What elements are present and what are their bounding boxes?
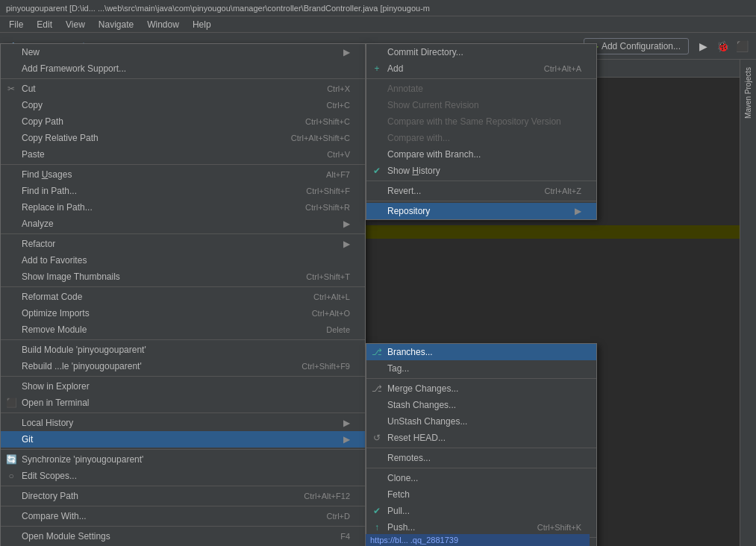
cm-rebuild[interactable]: Rebuild ...le 'pinyougouparent' Ctrl+Shi… xyxy=(1,358,365,374)
cm-label: Annotate xyxy=(387,84,423,94)
cm-add-fav[interactable]: Add to Favorites xyxy=(1,252,365,269)
cm-label: Find Usages xyxy=(22,169,72,180)
terminal-icon: ⬛ xyxy=(5,398,17,408)
cm-copy[interactable]: Copy Ctrl+C xyxy=(1,97,365,113)
cm-find-usages[interactable]: Find Usages Alt+F7 xyxy=(1,166,365,183)
git-show-history[interactable]: ✔ Show History xyxy=(366,163,596,179)
repo-unstash[interactable]: UnStash Changes... xyxy=(366,413,596,430)
cm-cut[interactable]: ✂ Cut Ctrl+X xyxy=(1,81,365,97)
repo-remotes[interactable]: Remotes... xyxy=(366,450,596,466)
separator xyxy=(1,449,365,450)
cm-shortcut: Ctrl+C xyxy=(312,101,350,110)
repo-stash[interactable]: Stash Changes... xyxy=(366,397,596,413)
merge-icon: ⎇ xyxy=(371,383,383,394)
cm-remove-module[interactable]: Remove Module Delete xyxy=(1,321,365,338)
git-repository[interactable]: Repository ▶ xyxy=(366,203,596,219)
cm-sync[interactable]: 🔄 Synchronize 'pinyougouparent' xyxy=(1,451,365,468)
stop-button[interactable]: ⬛ xyxy=(734,38,750,54)
cm-show-explorer[interactable]: Show in Explorer xyxy=(1,378,365,395)
title-bar: pinyougouparent [D:\id... ...\web\src\ma… xyxy=(0,0,756,16)
menu-help[interactable]: Help xyxy=(187,18,217,31)
git-commit-dir[interactable]: Commit Directory... xyxy=(366,44,596,60)
repo-fetch[interactable]: Fetch xyxy=(366,486,596,503)
cm-shortcut: Ctrl+Alt+O xyxy=(297,309,350,318)
cm-label: Find in Path... xyxy=(22,186,77,196)
repo-push[interactable]: ↑ Push... Ctrl+Shift+K xyxy=(366,519,596,536)
cm-paste[interactable]: Paste Ctrl+V xyxy=(1,146,365,163)
repo-merge[interactable]: ⎇ Merge Changes... xyxy=(366,380,596,397)
git-compare-branch[interactable]: Compare with Branch... xyxy=(366,146,596,163)
cm-optimize[interactable]: Optimize Imports Ctrl+Alt+O xyxy=(1,305,365,321)
cm-label: Merge Changes... xyxy=(387,383,458,394)
cm-shortcut: Ctrl+Shift+F xyxy=(291,186,350,195)
separator xyxy=(1,486,365,486)
separator xyxy=(1,376,365,377)
repo-submenu: ⎇ Branches... Tag... ⎇ Merge Changes... … xyxy=(366,343,597,546)
cm-label: Remotes... xyxy=(387,453,431,463)
cm-replace-path[interactable]: Replace in Path... Ctrl+Shift+R xyxy=(1,199,365,216)
cm-reformat[interactable]: Reformat Code Ctrl+Alt+L xyxy=(1,289,365,305)
cm-label: Rebuild ...le 'pinyougouparent' xyxy=(22,361,142,371)
cm-label: Push... xyxy=(387,522,415,533)
cm-build[interactable]: Build Module 'pinyougouparent' xyxy=(1,342,365,358)
cm-label: UnStash Changes... xyxy=(387,416,467,427)
scope-icon: ○ xyxy=(5,471,17,481)
cm-shortcut: Ctrl+Shift+R xyxy=(290,203,350,212)
git-add[interactable]: + Add Ctrl+Alt+A xyxy=(366,60,596,77)
cm-compare-with[interactable]: Compare With... Ctrl+D xyxy=(1,508,365,524)
cm-module-settings[interactable]: Open Module Settings F4 xyxy=(1,528,365,545)
debug-button[interactable]: 🐞 xyxy=(714,38,731,54)
cm-git[interactable]: Git ▶ xyxy=(1,431,365,448)
repo-branches[interactable]: ⎇ Branches... xyxy=(366,344,596,360)
cm-label: Branches... xyxy=(387,347,433,357)
cm-shortcut: Ctrl+Alt+L xyxy=(299,292,350,301)
menu-navigate[interactable]: Navigate xyxy=(93,18,140,31)
checkmark-icon: ✔ xyxy=(371,166,383,176)
cm-new[interactable]: New ▶ xyxy=(1,44,365,60)
cm-thumbnails[interactable]: Show Image Thumbnails Ctrl+Shift+T xyxy=(1,269,365,285)
cm-label: Show Current Revision xyxy=(387,100,479,110)
git-compare-same: Compare with the Same Repository Version xyxy=(366,113,596,130)
cm-label: Copy xyxy=(22,100,43,110)
right-vtab-maven[interactable]: Maven Projects xyxy=(742,63,755,123)
separator xyxy=(1,339,365,340)
cm-label: Compare with the Same Repository Version xyxy=(387,116,561,127)
cm-edit-scopes[interactable]: ○ Edit Scopes... xyxy=(1,468,365,484)
repo-pull[interactable]: ✔ Pull... xyxy=(366,503,596,519)
menu-file[interactable]: File xyxy=(3,18,29,31)
cm-shortcut: Ctrl+Alt+Z xyxy=(529,186,581,195)
separator xyxy=(366,201,596,201)
cm-find-path[interactable]: Find in Path... Ctrl+Shift+F xyxy=(1,183,365,199)
cm-label: Remove Module xyxy=(22,324,87,335)
cm-analyze[interactable]: Analyze ▶ xyxy=(1,216,365,232)
separator xyxy=(366,378,596,379)
repo-clone[interactable]: Clone... xyxy=(366,470,596,486)
menu-edit[interactable]: Edit xyxy=(31,18,58,31)
cm-copy-path[interactable]: Copy Path Ctrl+Shift+C xyxy=(1,113,365,130)
menu-bar: File Edit View Navigate Window Help xyxy=(0,16,756,33)
push-icon: ↑ xyxy=(371,522,383,533)
menu-view[interactable]: View xyxy=(60,18,91,31)
cm-shortcut: Ctrl+Alt+A xyxy=(529,64,581,73)
cm-add-framework[interactable]: Add Framework Support... xyxy=(1,60,365,77)
cm-dir-path[interactable]: Directory Path Ctrl+Alt+F12 xyxy=(1,488,365,504)
menu-window[interactable]: Window xyxy=(141,18,185,31)
cm-label: Optimize Imports xyxy=(22,308,90,318)
cm-open-terminal[interactable]: ⬛ Open in Terminal xyxy=(1,395,365,411)
cm-copy-rel-path[interactable]: Copy Relative Path Ctrl+Alt+Shift+C xyxy=(1,130,365,146)
cm-shortcut: Ctrl+Shift+C xyxy=(290,117,350,126)
cm-label: Compare With... xyxy=(22,511,87,521)
add-config-button[interactable]: ▶ Add Configuration... xyxy=(584,38,689,54)
cm-shortcut: Delete xyxy=(311,325,350,334)
cm-label: Compare with Branch... xyxy=(387,149,481,160)
separator xyxy=(1,78,365,79)
repo-reset-head[interactable]: ↺ Reset HEAD... xyxy=(366,430,596,446)
cm-local-history[interactable]: Local History ▶ xyxy=(1,415,365,431)
git-revert[interactable]: Revert... Ctrl+Alt+Z xyxy=(366,183,596,199)
cm-shortcut: Ctrl+Alt+F12 xyxy=(289,492,350,501)
cm-refactor[interactable]: Refactor ▶ xyxy=(1,236,365,252)
run-button[interactable]: ▶ xyxy=(695,38,711,54)
cm-label: Show History xyxy=(387,166,440,176)
context-menu: New ▶ Add Framework Support... ✂ Cut Ctr… xyxy=(0,43,366,546)
repo-tag[interactable]: Tag... xyxy=(366,360,596,377)
